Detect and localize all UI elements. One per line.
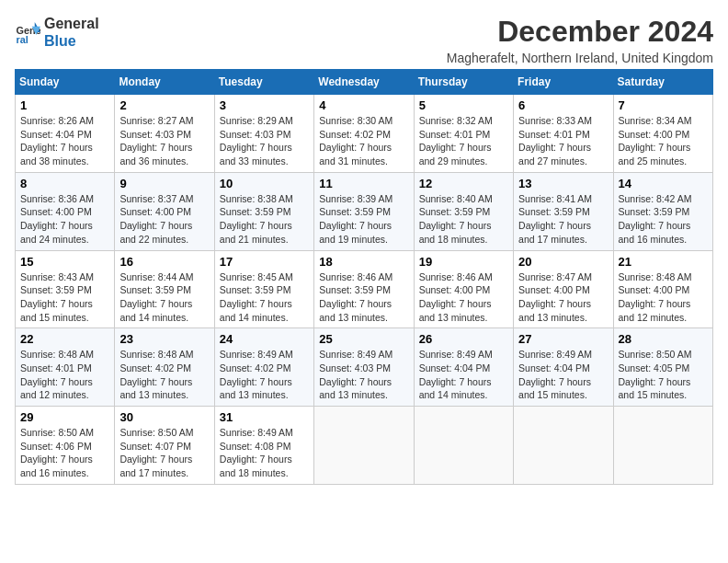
- day-info: Sunrise: 8:30 AMSunset: 4:02 PMDaylight:…: [319, 114, 408, 168]
- day-number: 25: [319, 332, 408, 346]
- calendar-cell-26: 26Sunrise: 8:49 AMSunset: 4:04 PMDayligh…: [414, 328, 513, 407]
- calendar-cell-4: 4Sunrise: 8:30 AMSunset: 4:02 PMDaylight…: [314, 95, 414, 173]
- day-number: 13: [518, 177, 608, 190]
- calendar-cell-1: 1Sunrise: 8:26 AMSunset: 4:04 PMDaylight…: [16, 95, 115, 173]
- empty-cell: [613, 407, 712, 485]
- day-info: Sunrise: 8:39 AMSunset: 3:59 PMDaylight:…: [319, 192, 408, 247]
- day-info: Sunrise: 8:32 AMSunset: 4:01 PMDaylight:…: [419, 114, 508, 168]
- day-info: Sunrise: 8:34 AMSunset: 4:00 PMDaylight:…: [619, 114, 708, 168]
- calendar-cell-13: 13Sunrise: 8:41 AMSunset: 3:59 PMDayligh…: [514, 172, 613, 250]
- day-number: 11: [319, 177, 408, 190]
- calendar-week-3: 15Sunrise: 8:43 AMSunset: 3:59 PMDayligh…: [16, 250, 713, 328]
- day-info: Sunrise: 8:33 AMSunset: 4:01 PMDaylight:…: [518, 114, 608, 168]
- day-number: 2: [119, 98, 209, 112]
- day-number: 12: [419, 177, 508, 190]
- calendar-week-4: 22Sunrise: 8:48 AMSunset: 4:01 PMDayligh…: [16, 328, 713, 407]
- day-number: 16: [119, 255, 209, 269]
- day-number: 15: [20, 255, 109, 269]
- empty-cell: [314, 407, 414, 485]
- empty-cell: [414, 407, 513, 485]
- calendar-cell-23: 23Sunrise: 8:48 AMSunset: 4:02 PMDayligh…: [115, 328, 214, 407]
- calendar-cell-22: 22Sunrise: 8:48 AMSunset: 4:01 PMDayligh…: [16, 328, 115, 407]
- day-number: 8: [20, 177, 109, 190]
- day-number: 6: [518, 98, 608, 112]
- weekday-header-friday: Friday: [514, 70, 613, 95]
- day-number: 5: [419, 98, 508, 112]
- day-number: 31: [220, 410, 309, 424]
- day-number: 9: [119, 177, 209, 190]
- day-info: Sunrise: 8:43 AMSunset: 3:59 PMDaylight:…: [20, 270, 109, 325]
- month-year: December 2024: [447, 15, 713, 49]
- weekday-header-wednesday: Wednesday: [314, 70, 414, 95]
- calendar-week-2: 8Sunrise: 8:36 AMSunset: 4:00 PMDaylight…: [16, 172, 713, 250]
- day-info: Sunrise: 8:26 AMSunset: 4:04 PMDaylight:…: [20, 114, 109, 168]
- calendar-cell-10: 10Sunrise: 8:38 AMSunset: 3:59 PMDayligh…: [214, 172, 313, 250]
- day-info: Sunrise: 8:46 AMSunset: 4:00 PMDaylight:…: [419, 270, 508, 325]
- calendar-cell-6: 6Sunrise: 8:33 AMSunset: 4:01 PMDaylight…: [514, 95, 613, 173]
- day-number: 24: [220, 332, 309, 346]
- day-number: 30: [119, 410, 209, 424]
- calendar-cell-9: 9Sunrise: 8:37 AMSunset: 4:00 PMDaylight…: [115, 172, 214, 250]
- day-info: Sunrise: 8:42 AMSunset: 3:59 PMDaylight:…: [619, 192, 708, 247]
- calendar-body: 1Sunrise: 8:26 AMSunset: 4:04 PMDaylight…: [16, 95, 713, 485]
- day-number: 18: [319, 255, 408, 269]
- day-number: 28: [619, 332, 708, 346]
- day-info: Sunrise: 8:48 AMSunset: 4:02 PMDaylight:…: [119, 348, 209, 402]
- day-info: Sunrise: 8:46 AMSunset: 3:59 PMDaylight:…: [319, 270, 408, 325]
- calendar-cell-18: 18Sunrise: 8:46 AMSunset: 3:59 PMDayligh…: [314, 250, 414, 328]
- title-block: December 2024 Magherafelt, Northern Irel…: [447, 15, 713, 65]
- calendar-week-1: 1Sunrise: 8:26 AMSunset: 4:04 PMDaylight…: [16, 95, 713, 173]
- day-info: Sunrise: 8:49 AMSunset: 4:04 PMDaylight:…: [518, 348, 608, 402]
- logo-line2: Blue: [44, 32, 99, 50]
- calendar-cell-7: 7Sunrise: 8:34 AMSunset: 4:00 PMDaylight…: [613, 95, 712, 173]
- day-info: Sunrise: 8:50 AMSunset: 4:06 PMDaylight:…: [20, 426, 109, 480]
- weekday-header-saturday: Saturday: [613, 70, 712, 95]
- day-number: 7: [619, 98, 708, 112]
- calendar-cell-3: 3Sunrise: 8:29 AMSunset: 4:03 PMDaylight…: [214, 95, 313, 173]
- weekday-header-thursday: Thursday: [414, 70, 513, 95]
- day-info: Sunrise: 8:49 AMSunset: 4:04 PMDaylight:…: [419, 348, 508, 402]
- calendar-cell-11: 11Sunrise: 8:39 AMSunset: 3:59 PMDayligh…: [314, 172, 414, 250]
- day-number: 14: [619, 177, 708, 190]
- day-info: Sunrise: 8:50 AMSunset: 4:05 PMDaylight:…: [619, 348, 708, 402]
- day-info: Sunrise: 8:38 AMSunset: 3:59 PMDaylight:…: [220, 192, 309, 247]
- calendar: SundayMondayTuesdayWednesdayThursdayFrid…: [15, 69, 713, 485]
- calendar-cell-12: 12Sunrise: 8:40 AMSunset: 3:59 PMDayligh…: [414, 172, 513, 250]
- day-info: Sunrise: 8:40 AMSunset: 3:59 PMDaylight:…: [419, 192, 508, 247]
- calendar-week-5: 29Sunrise: 8:50 AMSunset: 4:06 PMDayligh…: [16, 407, 713, 485]
- weekday-header: SundayMondayTuesdayWednesdayThursdayFrid…: [16, 70, 713, 95]
- day-number: 19: [419, 255, 508, 269]
- day-info: Sunrise: 8:36 AMSunset: 4:00 PMDaylight:…: [20, 192, 109, 247]
- day-number: 22: [20, 332, 109, 346]
- calendar-cell-8: 8Sunrise: 8:36 AMSunset: 4:00 PMDaylight…: [16, 172, 115, 250]
- day-info: Sunrise: 8:48 AMSunset: 4:00 PMDaylight:…: [619, 270, 708, 325]
- day-number: 4: [319, 98, 408, 112]
- day-info: Sunrise: 8:44 AMSunset: 3:59 PMDaylight:…: [119, 270, 209, 325]
- calendar-cell-5: 5Sunrise: 8:32 AMSunset: 4:01 PMDaylight…: [414, 95, 513, 173]
- calendar-cell-28: 28Sunrise: 8:50 AMSunset: 4:05 PMDayligh…: [613, 328, 712, 407]
- weekday-header-sunday: Sunday: [16, 70, 115, 95]
- day-info: Sunrise: 8:41 AMSunset: 3:59 PMDaylight:…: [518, 192, 608, 247]
- day-info: Sunrise: 8:27 AMSunset: 4:03 PMDaylight:…: [119, 114, 209, 168]
- calendar-cell-17: 17Sunrise: 8:45 AMSunset: 3:59 PMDayligh…: [214, 250, 313, 328]
- calendar-cell-30: 30Sunrise: 8:50 AMSunset: 4:07 PMDayligh…: [115, 407, 214, 485]
- calendar-cell-31: 31Sunrise: 8:49 AMSunset: 4:08 PMDayligh…: [214, 407, 313, 485]
- calendar-cell-16: 16Sunrise: 8:44 AMSunset: 3:59 PMDayligh…: [115, 250, 214, 328]
- day-info: Sunrise: 8:37 AMSunset: 4:00 PMDaylight:…: [119, 192, 209, 247]
- day-info: Sunrise: 8:49 AMSunset: 4:02 PMDaylight:…: [220, 348, 309, 402]
- calendar-cell-27: 27Sunrise: 8:49 AMSunset: 4:04 PMDayligh…: [514, 328, 613, 407]
- day-number: 21: [619, 255, 708, 269]
- logo-icon: Gene ral: [15, 19, 40, 45]
- location: Magherafelt, Northern Ireland, United Ki…: [447, 51, 713, 65]
- day-number: 20: [518, 255, 608, 269]
- calendar-cell-29: 29Sunrise: 8:50 AMSunset: 4:06 PMDayligh…: [16, 407, 115, 485]
- calendar-cell-2: 2Sunrise: 8:27 AMSunset: 4:03 PMDaylight…: [115, 95, 214, 173]
- day-number: 27: [518, 332, 608, 346]
- day-number: 23: [119, 332, 209, 346]
- day-info: Sunrise: 8:49 AMSunset: 4:03 PMDaylight:…: [319, 348, 408, 402]
- calendar-cell-25: 25Sunrise: 8:49 AMSunset: 4:03 PMDayligh…: [314, 328, 414, 407]
- calendar-cell-19: 19Sunrise: 8:46 AMSunset: 4:00 PMDayligh…: [414, 250, 513, 328]
- day-number: 10: [220, 177, 309, 190]
- calendar-cell-24: 24Sunrise: 8:49 AMSunset: 4:02 PMDayligh…: [214, 328, 313, 407]
- day-number: 26: [419, 332, 508, 346]
